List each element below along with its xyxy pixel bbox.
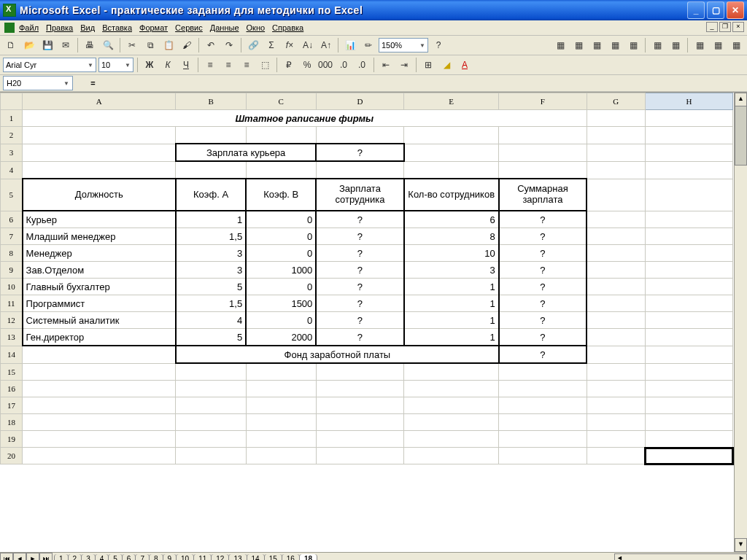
chart-icon[interactable]: 📊 <box>342 37 358 53</box>
cell-D12[interactable]: ? <box>316 312 403 329</box>
cell-D7[interactable]: ? <box>316 228 403 245</box>
extra-tool-9[interactable]: ▦ <box>710 37 726 53</box>
row-4[interactable]: 4 <box>1 161 23 179</box>
decrease-indent-icon[interactable]: ⇤ <box>378 57 394 73</box>
col-E[interactable]: E <box>404 93 499 110</box>
footer-label[interactable]: Фонд заработной платы <box>176 346 499 363</box>
cell-A11[interactable]: Программист <box>23 295 176 312</box>
spreadsheet-grid[interactable]: A B C D E F G H 1 Штатное раписание фирм… <box>0 92 747 552</box>
align-left-icon[interactable]: ≡ <box>202 57 218 73</box>
column-headers[interactable]: A B C D E F G H <box>1 93 733 110</box>
cell-E7[interactable]: 8 <box>404 228 499 245</box>
cell-C13[interactable]: 2000 <box>246 329 316 346</box>
increase-indent-icon[interactable]: ⇥ <box>396 57 412 73</box>
sort-asc-icon[interactable]: A↓ <box>300 37 316 53</box>
close-button[interactable]: ✕ <box>727 1 744 19</box>
cell-C6[interactable]: 0 <box>246 211 316 228</box>
sheet-tab-16[interactable]: 16 <box>282 554 300 560</box>
function-icon[interactable]: f× <box>282 37 298 53</box>
row-10[interactable]: 10 <box>1 279 23 295</box>
sheet-tab-7[interactable]: 7 <box>135 554 150 560</box>
minimize-button[interactable]: _ <box>687 1 705 19</box>
cell-F10[interactable]: ? <box>499 279 587 295</box>
col-A[interactable]: A <box>23 93 176 110</box>
cell-A6[interactable]: Курьер <box>23 211 176 228</box>
print-icon[interactable]: 🖶 <box>82 37 98 53</box>
cell-E9[interactable]: 3 <box>404 262 499 279</box>
row-7[interactable]: 7 <box>1 228 23 245</box>
name-box[interactable]: H20▼ <box>3 76 73 90</box>
row-19[interactable]: 19 <box>1 431 23 448</box>
mdi-minimize[interactable]: _ <box>706 22 718 32</box>
sheet-tab-3[interactable]: 3 <box>81 554 96 560</box>
select-all-corner[interactable] <box>1 93 23 110</box>
cell-A10[interactable]: Главный бухгалтер <box>23 279 176 295</box>
cell-C9[interactable]: 1000 <box>246 262 316 279</box>
cell-B7[interactable]: 1,5 <box>176 228 246 245</box>
menu-insert[interactable]: Вставка <box>102 23 132 32</box>
cell-A9[interactable]: Зав.Отделом <box>23 262 176 279</box>
currency-icon[interactable]: ₽ <box>281 57 297 73</box>
cell-F6[interactable]: ? <box>499 211 587 228</box>
row-6[interactable]: 6 <box>1 211 23 228</box>
mdi-restore[interactable]: ❐ <box>719 22 731 32</box>
decrease-decimal-icon[interactable]: .0 <box>354 57 370 73</box>
extra-tool-6[interactable]: ▦ <box>649 37 665 53</box>
row-17[interactable]: 17 <box>1 397 23 414</box>
cell-B13[interactable]: 5 <box>176 329 246 346</box>
menu-window[interactable]: Окно <box>247 23 266 32</box>
increase-decimal-icon[interactable]: .0 <box>336 57 352 73</box>
cell-F8[interactable]: ? <box>499 245 587 262</box>
hdr-B[interactable]: Коэф. А <box>176 179 246 211</box>
italic-icon[interactable]: К <box>160 57 176 73</box>
scroll-thumb[interactable] <box>735 106 747 166</box>
tab-next-icon[interactable]: ► <box>26 553 39 560</box>
col-G[interactable]: G <box>587 93 645 110</box>
row-15[interactable]: 15 <box>1 363 23 381</box>
extra-tool-8[interactable]: ▦ <box>692 37 708 53</box>
col-C[interactable]: C <box>246 93 316 110</box>
salary-label[interactable]: Зарплата курьера <box>176 144 316 161</box>
hdr-F[interactable]: Суммарная зарплата <box>499 179 587 211</box>
sheet-tab-15[interactable]: 15 <box>264 554 282 560</box>
row-2[interactable]: 2 <box>1 127 23 144</box>
fill-color-icon[interactable]: ◢ <box>438 57 454 73</box>
col-H[interactable]: H <box>645 93 732 110</box>
extra-tool-3[interactable]: ▦ <box>589 37 605 53</box>
cell-B9[interactable]: 3 <box>176 262 246 279</box>
menu-view[interactable]: Вид <box>80 23 95 32</box>
cell-F9[interactable]: ? <box>499 262 587 279</box>
save-icon[interactable]: 💾 <box>39 37 55 53</box>
footer-value[interactable]: ? <box>499 346 587 363</box>
redo-icon[interactable]: ↷ <box>221 37 237 53</box>
col-D[interactable]: D <box>316 93 403 110</box>
sheet-tab-6[interactable]: 6 <box>122 554 136 560</box>
extra-tool-1[interactable]: ▦ <box>552 37 568 53</box>
extra-tool-5[interactable]: ▦ <box>625 37 641 53</box>
cell-D11[interactable]: ? <box>316 295 403 312</box>
mdi-close[interactable]: × <box>732 22 744 32</box>
row-9[interactable]: 9 <box>1 262 23 279</box>
sheet-tab-11[interactable]: 11 <box>193 554 212 560</box>
cell-E8[interactable]: 10 <box>404 245 499 262</box>
title-cell[interactable]: Штатное раписание фирмы <box>23 110 587 127</box>
hdr-E[interactable]: Кол-во сотрудников <box>404 179 499 211</box>
font-name-combo[interactable]: Arial Cyr▼ <box>3 58 96 72</box>
extra-tool-4[interactable]: ▦ <box>607 37 623 53</box>
cell-A13[interactable]: Ген.директор <box>23 329 176 346</box>
drawing-icon[interactable]: ✏ <box>360 37 376 53</box>
menu-help[interactable]: Справка <box>272 23 303 32</box>
sheet-tab-1[interactable]: 1 <box>54 554 69 560</box>
cell-A8[interactable]: Менеджер <box>23 245 176 262</box>
salary-value[interactable]: ? <box>316 144 403 161</box>
underline-icon[interactable]: Ч <box>178 57 194 73</box>
row-16[interactable]: 16 <box>1 381 23 397</box>
sheet-tab-8[interactable]: 8 <box>149 554 163 560</box>
cell-C11[interactable]: 1500 <box>246 295 316 312</box>
maximize-button[interactable]: ▢ <box>707 1 724 19</box>
autosum-icon[interactable]: Σ <box>263 37 279 53</box>
tab-first-icon[interactable]: ⏮ <box>0 553 13 560</box>
menu-edit[interactable]: Правка <box>46 23 73 32</box>
sheet-tab-14[interactable]: 14 <box>247 554 265 560</box>
cell-F12[interactable]: ? <box>499 312 587 329</box>
